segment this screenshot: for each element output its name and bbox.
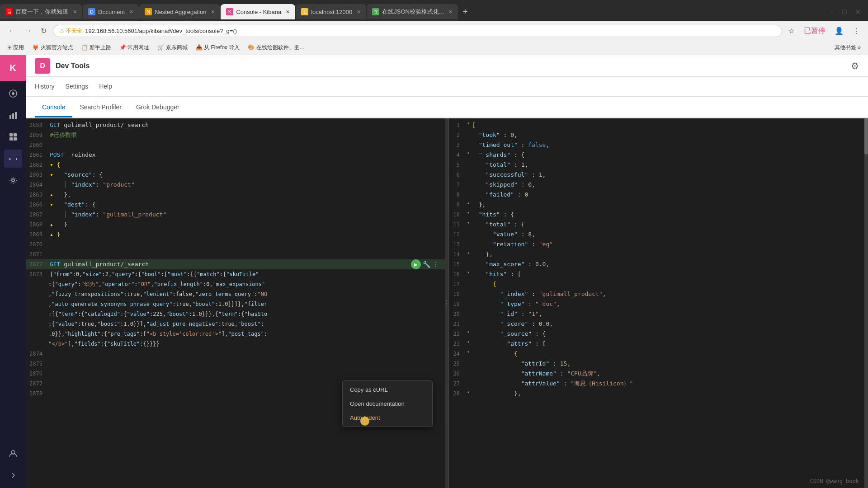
close-browser-button[interactable]: ✕: [852, 6, 863, 18]
editor-pane[interactable]: 2858 GET gulimall_product/_search 2859 #…: [26, 118, 445, 488]
ellipsis-icon[interactable]: ⋮: [432, 261, 439, 268]
tab-1-close[interactable]: ✕: [73, 9, 77, 15]
sidebar-icon-user[interactable]: [4, 445, 22, 463]
bookmark-import[interactable]: 📥 从 Firefox 导入: [193, 43, 243, 52]
tab-4-favicon: K: [226, 8, 233, 15]
bookmark-button[interactable]: ☆: [786, 25, 797, 37]
address-bar: ← → ↻ ⚠ 不安全 192.168.56.10:5601/app/kiban…: [0, 21, 868, 41]
kibana-header: D Dev Tools ⚙: [26, 55, 868, 77]
tab-4[interactable]: K Console - Kibana ✕: [221, 4, 295, 19]
sidebar-icon-dashboard[interactable]: [4, 128, 22, 146]
code-line-2874: 2874: [26, 349, 445, 359]
out-line-21: 21 ▾ "_score" : 0.0,: [449, 319, 868, 329]
wrench-icon[interactable]: 🔧: [423, 261, 430, 268]
sidebar-icon-management[interactable]: [4, 171, 22, 189]
arrow-28: ▴: [467, 389, 470, 394]
svg-rect-3: [12, 113, 14, 119]
output-scrollbar-thumb[interactable]: [864, 118, 868, 155]
watermark: CSDN @wang_book: [810, 478, 859, 484]
restore-button[interactable]: □: [840, 6, 849, 18]
svg-rect-4: [15, 112, 17, 119]
bookmark-jd[interactable]: 🛒 京东商城: [155, 43, 190, 52]
code-line-2858: 2858 GET gulimall_product/_search: [26, 120, 445, 130]
out-line-19: 19 ▾ "_type" : "_doc",: [449, 299, 868, 309]
console-area: 2858 GET gulimall_product/_search 2859 #…: [26, 118, 868, 488]
bookmark-draw[interactable]: 🎨 在线绘图软件、图...: [245, 43, 307, 52]
tab-bar: 百 百度一下，你就知道 ✕ D Document ✕ N Nested Aggr…: [0, 0, 868, 21]
code-line-2873d: ,"auto_generate_synonyms_phrase_query":t…: [26, 299, 445, 309]
new-tab-button[interactable]: +: [458, 7, 472, 17]
out-line-25: 25 ▾ "attrId" : 15,: [449, 359, 868, 369]
tab-4-title: Console - Kibana: [236, 9, 281, 15]
nav-help[interactable]: Help: [99, 78, 112, 95]
out-line-1: 1 ▾ {: [449, 120, 868, 130]
out-line-22: 22 ▾ "_source" : {: [449, 329, 868, 339]
bookmark-apps[interactable]: ⊞ 应用: [5, 43, 27, 52]
editor-content: 2858 GET gulimall_product/_search 2859 #…: [26, 118, 445, 488]
url-box[interactable]: ⚠ 不安全 192.168.56.10:5601/app/kibana#/dev…: [53, 25, 782, 37]
bookmark-common[interactable]: 📌 常用网址: [117, 43, 152, 52]
arrow-9: ▴: [467, 200, 470, 205]
code-line-2872: 2872 GET gulimall_product/_search ▶ 🔧 ⋮: [26, 259, 445, 269]
context-copy-curl[interactable]: Copy as cURL: [343, 383, 432, 397]
svg-rect-6: [14, 133, 17, 136]
kibana-nav: History Settings Help: [26, 77, 868, 97]
tab-1[interactable]: 百 百度一下，你就知道 ✕: [0, 4, 82, 19]
tab-6-close[interactable]: ✕: [448, 9, 453, 15]
code-line-2873g: .0}},"highlight":{"pre_tags":["<b style=…: [26, 329, 445, 339]
forward-button[interactable]: →: [22, 25, 34, 37]
bookmark-firefox[interactable]: 🦊 火狐官方站点: [29, 43, 75, 52]
out-line-5: 5 ▾ "total" : 1,: [449, 160, 868, 170]
pause-button[interactable]: 已暂停: [801, 24, 828, 38]
run-query-button[interactable]: ▶: [411, 259, 421, 269]
sidebar-icon-chevron[interactable]: [4, 466, 22, 484]
tab-5-title: localhost:12000: [311, 9, 352, 15]
out-line-15: 15 ▾ "max_score" : 0.0,: [449, 259, 868, 269]
code-line-2860: 2860: [26, 140, 445, 150]
kibana-logo-letter: K: [9, 63, 16, 73]
tab-3-close[interactable]: ✕: [211, 9, 215, 15]
context-open-docs[interactable]: Open documentation: [343, 397, 432, 411]
bookmark-others[interactable]: 其他书签 »: [832, 43, 863, 52]
sidebar-icon-visualize[interactable]: [4, 106, 22, 124]
back-button[interactable]: ←: [5, 25, 18, 37]
out-line-13: 13 ▾ "relation" : "eq": [449, 239, 868, 249]
tab-4-close[interactable]: ✕: [286, 9, 290, 15]
arrow-14: ▴: [467, 250, 470, 255]
out-line-28: 28 ▴ },: [449, 389, 868, 399]
sidebar-icon-devtools[interactable]: [4, 150, 22, 168]
tab-2[interactable]: D Document ✕: [83, 4, 139, 19]
out-line-23: 23 ▾ "attrs" : [: [449, 339, 868, 349]
arrow-11: ▾: [467, 220, 470, 225]
kibana-logo[interactable]: K: [0, 55, 26, 81]
refresh-button[interactable]: ↻: [38, 25, 49, 37]
out-line-11: 11 ▾ "total" : {: [449, 220, 868, 230]
arrow-10: ▾: [467, 210, 470, 215]
settings-icon[interactable]: ⚙: [851, 61, 859, 71]
out-line-27: 27 ▾ "attrValue" : "海思（Hisilicon）": [449, 379, 868, 389]
nav-settings[interactable]: Settings: [66, 78, 89, 95]
pane-resizer[interactable]: [445, 118, 448, 488]
browser-chrome: 百 百度一下，你就知道 ✕ D Document ✕ N Nested Aggr…: [0, 0, 868, 55]
context-auto-indent[interactable]: Auto Indent: [343, 411, 432, 425]
menu-button[interactable]: ⋮: [850, 25, 863, 37]
code-line-2869: 2869 ▴ }: [26, 230, 445, 239]
tab-3[interactable]: N Nested Aggregation ✕: [139, 4, 220, 19]
tab-6[interactable]: 在 在线JSON校验格式化... ✕: [367, 4, 458, 19]
out-line-17: 17 ▾ {: [449, 279, 868, 289]
tab-5[interactable]: L localhost:12000 ✕: [296, 4, 366, 19]
nav-history[interactable]: History: [35, 78, 55, 95]
tab-5-close[interactable]: ✕: [357, 9, 361, 15]
output-pane[interactable]: 1 ▾ { 2 ▾ "took" : 0, 3 ▾ "timed_out" : …: [448, 118, 868, 488]
tab-search-profiler[interactable]: Search Profiler: [72, 98, 129, 117]
tab-2-close[interactable]: ✕: [129, 9, 133, 15]
minimize-button[interactable]: ─: [826, 6, 837, 18]
sidebar-icon-discover[interactable]: [4, 84, 22, 103]
arrow-16: ▾: [467, 270, 470, 275]
tab-grok-debugger[interactable]: Grok Debugger: [129, 98, 187, 117]
output-scrollbar[interactable]: [864, 118, 868, 488]
profile-button[interactable]: 👤: [832, 25, 846, 37]
tab-console[interactable]: Console: [35, 98, 72, 117]
bookmark-beginner[interactable]: 📋 新手上路: [79, 43, 114, 52]
code-line-2873h: "</b>"],"fields":{"skuTitle":{}}}}: [26, 339, 445, 349]
